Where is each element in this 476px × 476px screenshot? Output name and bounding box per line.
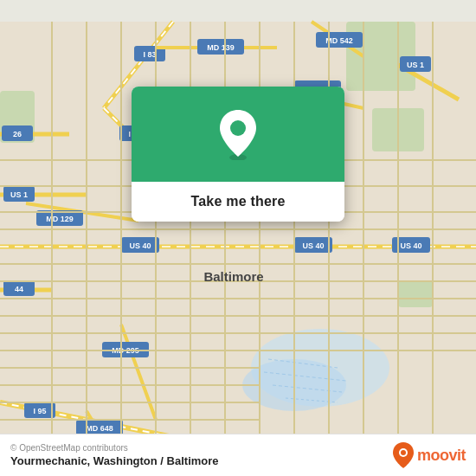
svg-point-92 (401, 450, 406, 455)
map-background: I 83 MD 139 MD 542 I 83 26 MD 147 US 1 U… (0, 0, 476, 476)
location-pin-icon (215, 108, 261, 160)
svg-text:Baltimore: Baltimore (203, 269, 263, 284)
svg-text:MD 648: MD 648 (86, 424, 113, 433)
svg-text:MD 139: MD 139 (207, 43, 235, 52)
map-container: I 83 MD 139 MD 542 I 83 26 MD 147 US 1 U… (0, 0, 476, 476)
svg-text:I 95: I 95 (33, 407, 46, 415)
moovit-pin-icon (391, 441, 415, 469)
svg-text:US 1: US 1 (10, 190, 28, 199)
svg-text:I 83: I 83 (143, 50, 156, 59)
bottom-bar: © OpenStreetMap contributors Yourmechani… (0, 434, 476, 476)
svg-text:US 40: US 40 (302, 241, 324, 250)
svg-text:44: 44 (15, 285, 23, 293)
popup-card: Take me there (132, 87, 344, 222)
osm-credit: © OpenStreetMap contributors (10, 443, 219, 453)
svg-point-90 (230, 120, 246, 136)
take-me-there-button[interactable]: Take me there (132, 182, 344, 222)
svg-text:MD 129: MD 129 (46, 215, 74, 223)
svg-rect-10 (398, 281, 433, 307)
popup-header (132, 87, 344, 182)
svg-text:26: 26 (13, 130, 22, 138)
moovit-brand-text: moovit (417, 447, 466, 465)
svg-text:US 40: US 40 (129, 241, 151, 250)
location-title: Yourmechanic, Washington / Baltimore (10, 454, 219, 467)
moovit-logo: moovit (391, 441, 466, 469)
bottom-left-info: © OpenStreetMap contributors Yourmechani… (10, 443, 219, 467)
svg-text:US 1: US 1 (407, 61, 424, 69)
svg-text:US 40: US 40 (400, 241, 421, 250)
